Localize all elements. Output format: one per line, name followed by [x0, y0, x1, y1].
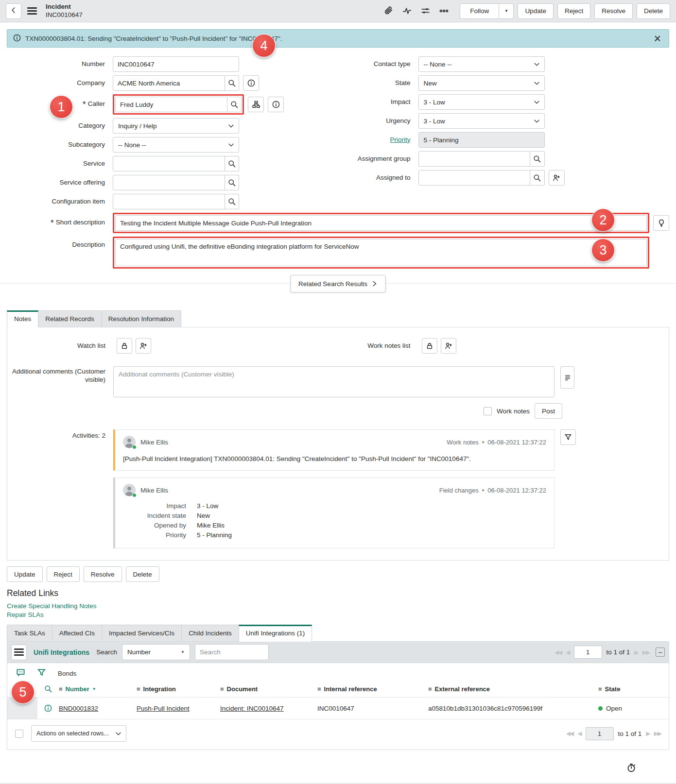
row-info-icon[interactable] [37, 704, 59, 712]
column-header-document[interactable]: ≡Document [220, 685, 317, 693]
suggestion-lightbulb-icon[interactable] [653, 215, 669, 231]
work-notes-list-add-person-icon[interactable] [441, 338, 456, 354]
previous-page-icon[interactable]: ◀ [566, 649, 569, 656]
impact-select[interactable]: 3 - Low [418, 94, 545, 110]
tab-resolution-information[interactable]: Resolution Information [101, 310, 181, 327]
reject-button[interactable]: Reject [557, 3, 590, 19]
tab-task-slas[interactable]: Task SLAs [7, 625, 52, 641]
last-page-icon[interactable]: ▶▶ [654, 730, 661, 737]
activity-filter-icon[interactable] [560, 429, 576, 445]
column-header-number[interactable]: ≡Number▼ [59, 685, 137, 693]
caller-info-icon[interactable] [268, 97, 284, 112]
resolve-button[interactable]: Resolve [84, 566, 122, 582]
priority-label-link[interactable]: Priority [390, 136, 410, 143]
post-button[interactable]: Post [535, 403, 562, 419]
column-header-state[interactable]: ≡State [598, 685, 669, 693]
link-create-special-handling-notes[interactable]: Create Special Handling Notes [7, 602, 669, 611]
first-page-icon[interactable]: ◀◀ [555, 649, 561, 656]
urgency-select[interactable]: 3 - Low [418, 113, 545, 129]
assign-to-me-icon[interactable] [549, 170, 565, 186]
short-description-input[interactable] [115, 215, 647, 231]
tab-affected-cis[interactable]: Affected CIs [52, 625, 102, 641]
update-button[interactable]: Update [7, 566, 43, 582]
search-column-select[interactable]: Number▼ [122, 644, 190, 660]
column-header-internal-reference[interactable]: ≡Internal reference [317, 685, 428, 693]
reject-button[interactable]: Reject [47, 566, 80, 582]
follow-caret-button[interactable]: ▼ [499, 3, 514, 19]
assigned-to-search-icon[interactable] [530, 170, 544, 186]
watch-list-lock-icon[interactable] [117, 338, 132, 354]
more-options-icon[interactable] [436, 4, 451, 18]
related-search-results-button[interactable]: Related Search Results [290, 275, 386, 292]
column-menu-icon[interactable]: ≡ [598, 685, 602, 693]
next-page-icon[interactable]: ▶ [646, 730, 649, 737]
assignment-group-input[interactable] [418, 151, 531, 167]
format-lines-icon[interactable] [560, 366, 574, 389]
next-page-icon[interactable]: ▶ [634, 649, 638, 656]
company-search-icon[interactable] [225, 75, 239, 91]
page-number-input[interactable] [574, 646, 602, 659]
first-page-icon[interactable]: ◀◀ [566, 730, 573, 737]
select-all-checkbox[interactable] [15, 730, 23, 738]
page-number-input[interactable] [586, 727, 614, 740]
description-textarea[interactable]: Configured using Unifi, the definitive e… [115, 239, 647, 266]
row-integration-link[interactable]: Push-Pull Incident [137, 705, 190, 712]
column-menu-icon[interactable]: ≡ [317, 685, 321, 693]
filter-icon[interactable] [37, 668, 46, 679]
caller-related-records-icon[interactable] [248, 97, 264, 112]
tab-unifi-integrations[interactable]: Unifi Integrations (1) [239, 625, 312, 641]
service-offering-search-icon[interactable] [225, 175, 239, 190]
list-search-input[interactable] [195, 644, 269, 660]
service-offering-input[interactable] [113, 175, 225, 190]
work-notes-checkbox[interactable] [484, 407, 492, 415]
number-input[interactable] [113, 56, 239, 72]
assignment-group-search-icon[interactable] [530, 151, 544, 167]
list-context-menu-icon[interactable] [11, 645, 27, 660]
state-select[interactable]: New [418, 75, 545, 91]
tab-child-incidents[interactable]: Child Incidents [181, 625, 239, 641]
category-select[interactable]: Inquiry / Help [113, 118, 239, 134]
messages-icon[interactable] [16, 668, 25, 679]
configuration-item-search-icon[interactable] [225, 194, 239, 209]
additional-comments-textarea[interactable] [113, 366, 555, 397]
follow-button[interactable]: Follow [460, 3, 499, 19]
response-time-stopwatch-icon[interactable] [626, 763, 636, 774]
update-button[interactable]: Update [518, 3, 554, 19]
tab-impacted-services-cis[interactable]: Impacted Services/CIs [102, 625, 182, 641]
watch-list-add-person-icon[interactable] [136, 338, 151, 354]
column-header-integration[interactable]: ≡Integration [137, 685, 220, 693]
personalize-form-icon[interactable] [418, 4, 433, 18]
back-button[interactable] [6, 3, 21, 19]
service-search-icon[interactable] [225, 156, 239, 171]
context-menu-icon[interactable] [26, 5, 38, 17]
column-header-external-reference[interactable]: ≡External reference [428, 685, 598, 693]
caller-search-icon[interactable] [227, 97, 242, 112]
delete-button[interactable]: Delete [126, 566, 159, 582]
service-input[interactable] [113, 156, 225, 171]
column-menu-icon[interactable]: ≡ [220, 685, 224, 693]
last-page-icon[interactable]: ▶▶ [642, 649, 649, 656]
close-icon[interactable]: × [652, 33, 663, 45]
column-menu-icon[interactable]: ≡ [137, 685, 140, 693]
work-notes-list-lock-icon[interactable] [422, 338, 437, 354]
activity-stream-icon[interactable] [399, 4, 414, 18]
attachment-icon[interactable] [381, 4, 396, 18]
company-input[interactable] [113, 75, 225, 91]
contact-type-select[interactable]: -- None -- [418, 56, 545, 72]
column-menu-icon[interactable]: ≡ [428, 685, 432, 693]
list-search-rows-icon[interactable] [37, 685, 59, 693]
row-number-link[interactable]: BND0001832 [59, 705, 98, 712]
subcategory-select[interactable]: -- None -- [113, 137, 239, 153]
resolve-button[interactable]: Resolve [594, 3, 633, 19]
tab-notes[interactable]: Notes [7, 310, 38, 327]
previous-page-icon[interactable]: ◀ [577, 730, 581, 737]
tab-related-records[interactable]: Related Records [38, 310, 102, 327]
row-document-link[interactable]: Incident: INC0010647 [220, 705, 284, 712]
caller-input[interactable] [115, 97, 227, 112]
link-repair-slas[interactable]: Repair SLAs [7, 611, 669, 619]
company-info-icon[interactable] [243, 75, 259, 91]
configuration-item-input[interactable] [113, 194, 225, 209]
delete-button[interactable]: Delete [637, 3, 670, 19]
column-menu-icon[interactable]: ≡ [59, 685, 63, 693]
minimize-list-icon[interactable]: − [656, 648, 665, 657]
